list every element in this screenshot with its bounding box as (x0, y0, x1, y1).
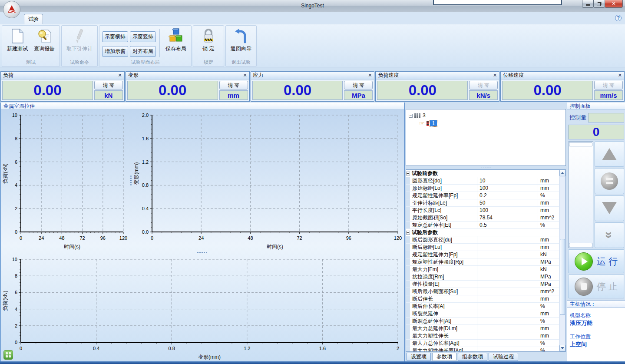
scroll-down-arrow[interactable] (559, 345, 565, 351)
param-row[interactable]: 断裂总延伸率[At]% (406, 318, 559, 325)
param-row[interactable]: 规定总延伸率[Et]0.5% (406, 222, 559, 229)
param-name: 断后最小截面积[Su] (412, 288, 477, 295)
param-value[interactable]: 0.5 (477, 222, 538, 228)
layout-button-0[interactable]: 示窗横排 (102, 31, 128, 42)
param-row[interactable]: 断后标距[Lu]mm (406, 244, 559, 251)
param-row[interactable]: 最大力塑性伸长率[Ag]% (406, 347, 559, 351)
jog-fast-down-button[interactable]: » (595, 222, 624, 248)
param-row[interactable]: 断后伸长率[A]% (406, 303, 559, 310)
gauge-body: 0.00清 零mm (126, 79, 249, 101)
param-row[interactable]: 规定塑性延伸力[Fp]kN (406, 251, 559, 258)
collapse-icon[interactable]: − (406, 172, 410, 175)
ribbon-group-test-command: 取下引伸计 试验命令 (61, 25, 98, 67)
gauge-close-icon[interactable]: ✕ (493, 73, 497, 78)
tab-设置项[interactable]: 设置项 (407, 353, 431, 361)
param-name: 断后伸长率[A] (412, 303, 477, 310)
clear-button[interactable]: 清 零 (94, 81, 123, 89)
scroll-up-arrow[interactable] (559, 170, 565, 176)
slider-thumb-top[interactable] (569, 142, 592, 146)
param-value[interactable]: 100 (477, 185, 538, 191)
param-row[interactable]: 平行长度[Lc]100mm (406, 207, 559, 214)
svg-text:负荷(kN): 负荷(kN) (2, 291, 8, 311)
param-row[interactable]: 圆形直径[do]10mm (406, 177, 559, 185)
horizontal-splitter[interactable] (1, 251, 404, 254)
param-row[interactable]: 抗拉强度[Rm]MPa (406, 273, 559, 281)
param-name: 弹性模量[E] (412, 281, 477, 288)
row-strip (406, 288, 410, 295)
window-layout-icon[interactable] (3, 350, 13, 360)
scrollbar-thumb[interactable] (560, 239, 565, 315)
tab-参数项[interactable]: 参数项 (432, 353, 456, 361)
param-row[interactable]: 断后最小截面积[Su]mm^2 (406, 288, 559, 295)
new-test-button[interactable]: 新建测试 (4, 26, 31, 53)
param-row[interactable]: 断后圆形直径[du]mm (406, 236, 559, 244)
jog-up-button[interactable] (595, 141, 624, 167)
clear-button[interactable]: 清 零 (344, 81, 373, 89)
jog-down-button[interactable] (595, 195, 624, 221)
tab-组参数项[interactable]: 组参数项 (458, 353, 487, 361)
param-row[interactable]: 断后伸长mm (406, 295, 559, 303)
help-icon[interactable]: ? (615, 15, 622, 21)
gauge-value: 0.00 (502, 81, 593, 100)
return-wizard-button[interactable]: 返回向导 (228, 26, 255, 53)
param-value[interactable]: 100 (477, 207, 538, 213)
row-strip (406, 266, 410, 273)
layout-button-1[interactable]: 示窗竖排 (130, 31, 156, 42)
layout-button-3[interactable]: 对齐布局 (130, 46, 156, 57)
param-row[interactable]: 最大力总伸长率[Agt]% (406, 340, 559, 347)
param-value[interactable]: 10 (477, 178, 538, 184)
query-report-button[interactable]: 查询报告 (31, 26, 58, 53)
tab-test[interactable]: 试验 (24, 14, 43, 24)
param-row[interactable]: 最大力总延伸[DLm]mm (406, 325, 559, 332)
param-row[interactable]: 弹性模量[E]MPa (406, 281, 559, 288)
param-row[interactable]: 引伸计标距[Le]50mm (406, 199, 559, 207)
param-row[interactable]: 原始截面积[So]78.54mm^2 (406, 214, 559, 222)
clear-button[interactable]: 清 零 (219, 81, 248, 89)
query-report-label: 查询报告 (34, 45, 55, 53)
gauge-close-icon[interactable]: ✕ (618, 73, 622, 78)
save-layout-button[interactable]: 保存布局 (162, 26, 189, 53)
slider-thumb-bottom[interactable] (569, 243, 592, 247)
collapse-icon[interactable]: − (406, 231, 410, 235)
param-unit: mm (538, 207, 559, 213)
svg-text:8: 8 (15, 273, 17, 278)
gauge-close-icon[interactable]: ✕ (368, 73, 372, 78)
stop-button[interactable]: 停 止 (568, 275, 624, 298)
close-button[interactable]: ✕ (605, 0, 623, 8)
control-amount-input[interactable] (588, 113, 624, 122)
table-scrollbar[interactable] (559, 170, 565, 351)
gauge-close-icon[interactable]: ✕ (243, 73, 247, 78)
lock-button[interactable]: 锁 定 (195, 26, 222, 53)
param-group-header[interactable]: −试验前参数 (406, 170, 559, 177)
param-row[interactable]: 规定塑性延伸率[Ep]0.2% (406, 192, 559, 199)
speed-slider[interactable] (568, 141, 593, 248)
param-value[interactable]: 50 (477, 200, 538, 206)
tab-试验过程[interactable]: 试验过程 (489, 353, 518, 361)
run-button[interactable]: 运 行 (568, 249, 624, 273)
param-name: 原始截面积[So] (412, 214, 477, 222)
row-strip (406, 192, 410, 199)
collapse-icon[interactable]: − (409, 114, 413, 118)
layout-button-2[interactable]: 增加示窗 (102, 46, 128, 57)
param-unit: mm (538, 244, 559, 250)
param-value[interactable]: 0.2 (477, 192, 538, 199)
workspace-title: 金属室温拉伸 (1, 103, 404, 110)
app-logo-icon[interactable] (3, 1, 20, 18)
param-name: 最大力塑性伸长 (412, 332, 477, 340)
gauge-value: 0.00 (252, 81, 343, 100)
param-row[interactable]: 最大力[Fm]kN (406, 266, 559, 273)
param-row[interactable]: 断裂总延伸mm (406, 310, 559, 318)
param-value[interactable]: 78.54 (477, 215, 538, 221)
restore-button[interactable] (593, 0, 605, 8)
param-row[interactable]: 最大力塑性伸长mm (406, 332, 559, 340)
group-label-lock: 锁定 (193, 59, 224, 66)
param-group-header[interactable]: −试验后参数 (406, 229, 559, 236)
minimize-button[interactable] (582, 0, 594, 8)
param-row[interactable]: 原始标距[Lo]100mm (406, 185, 559, 192)
tree-table-splitter[interactable] (406, 166, 566, 169)
jog-pause-button[interactable] (595, 168, 624, 194)
gauge-close-icon[interactable]: ✕ (118, 73, 122, 78)
param-row[interactable]: 规定塑性延伸强度[Rp]MPa (406, 258, 559, 266)
tree-root-node[interactable]: − 3 (409, 112, 563, 119)
tree-child-node[interactable]: ☞ 1 (419, 119, 563, 127)
